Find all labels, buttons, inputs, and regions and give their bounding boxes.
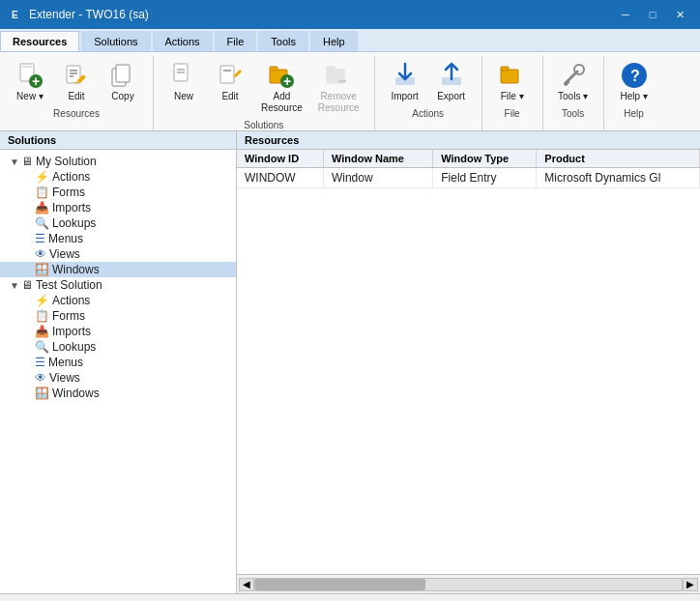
col-window-name[interactable]: Window Name: [323, 150, 432, 168]
tools-buttons: Tools ▾: [551, 56, 596, 106]
help-icon: ?: [619, 60, 650, 91]
test-windows-label: Windows: [52, 386, 100, 400]
tree-item-test-forms[interactable]: 📋 Forms: [0, 308, 236, 324]
test-imports-label: Imports: [52, 325, 91, 338]
horizontal-scrollbar[interactable]: [254, 578, 683, 591]
tab-tools[interactable]: Tools: [258, 31, 308, 51]
tree-item-test-menus[interactable]: ☰ Menus: [0, 355, 236, 370]
maximize-button[interactable]: □: [640, 5, 665, 24]
remove-resource-button[interactable]: Remove Resource: [311, 56, 366, 118]
test-menus-icon: ☰: [35, 356, 45, 369]
resources-data-table: Window ID Window Name Window Type Produc…: [237, 150, 700, 188]
my-imports-label: Imports: [52, 201, 91, 215]
export-button[interactable]: Export: [429, 56, 474, 106]
expand-my-solution-icon: ▼: [8, 157, 21, 167]
file-button[interactable]: File ▾: [490, 56, 535, 106]
tab-file[interactable]: File: [215, 31, 257, 51]
file-icon: [497, 60, 528, 91]
ribbon: Resources Solutions Actions File Tools H…: [0, 29, 700, 131]
remove-resource-label: Remove Resource: [318, 91, 360, 114]
scroll-left-button[interactable]: ◀: [239, 578, 254, 591]
resources-table[interactable]: Window ID Window Name Window Type Produc…: [237, 150, 700, 574]
tree-item-test-imports[interactable]: 📥 Imports: [0, 324, 236, 339]
col-product[interactable]: Product: [537, 150, 700, 168]
add-resource-button[interactable]: + Add Resource: [254, 56, 309, 118]
tools-label: Tools ▾: [558, 91, 588, 102]
svg-rect-17: [220, 66, 234, 83]
edit-label: Edit: [68, 91, 84, 102]
tree-item-test-solution[interactable]: ▼ 🖥 Test Solution: [0, 277, 236, 293]
help-button[interactable]: ? Help ▾: [612, 56, 656, 106]
tree-item-my-lookups[interactable]: 🔍 Lookups: [0, 215, 236, 231]
resources-pane: Resources Window ID Window Name Window T…: [237, 131, 700, 593]
close-button[interactable]: ✕: [667, 5, 692, 24]
new2-button[interactable]: New: [161, 56, 206, 106]
help-label: Help ▾: [620, 91, 647, 102]
new-button[interactable]: + New ▾: [8, 56, 52, 106]
svg-rect-3: [22, 66, 32, 68]
table-header-row: Window ID Window Name Window Type Produc…: [237, 150, 700, 168]
file-label: File ▾: [501, 91, 524, 102]
resources-header: Resources: [237, 131, 700, 150]
tab-solutions[interactable]: Solutions: [81, 31, 150, 51]
svg-point-32: [574, 65, 584, 74]
test-imports-icon: 📥: [35, 325, 49, 338]
copy-button[interactable]: Copy: [101, 56, 145, 106]
tab-help[interactable]: Help: [310, 31, 358, 51]
svg-rect-30: [501, 70, 518, 83]
svg-text:?: ?: [630, 68, 640, 84]
solutions-group-label: Solutions: [161, 120, 366, 130]
file-buttons: File ▾: [490, 56, 535, 106]
tree-item-my-imports[interactable]: 📥 Imports: [0, 200, 236, 215]
tree-item-my-windows[interactable]: 🪟 Windows: [0, 262, 236, 277]
tree-item-test-lookups[interactable]: 🔍 Lookups: [0, 339, 236, 355]
ribbon-group-tools: Tools ▾ Tools: [547, 56, 604, 130]
tree-item-my-solution[interactable]: ▼ 🖥 My Solution: [0, 154, 236, 169]
tree-item-test-windows[interactable]: 🪟 Windows: [0, 386, 236, 401]
solutions-pane: Solutions ▼ 🖥 My Solution ⚡ Actions 📋 Fo…: [0, 131, 237, 593]
edit-button[interactable]: Edit: [54, 56, 99, 106]
solution-icon: 🖥: [21, 155, 33, 168]
imports-icon: 📥: [35, 201, 49, 215]
help-group-label: Help: [612, 108, 656, 119]
ribbon-tabs: Resources Solutions Actions File Tools H…: [0, 29, 700, 52]
new-label: New ▾: [16, 91, 44, 102]
tools-button[interactable]: Tools ▾: [551, 56, 596, 106]
scroll-right-button[interactable]: ▶: [683, 578, 698, 591]
test-actions-icon: ⚡: [35, 294, 49, 307]
tree-item-test-actions[interactable]: ⚡ Actions: [0, 293, 236, 308]
test-actions-label: Actions: [52, 294, 90, 307]
svg-marker-19: [234, 70, 242, 77]
new-icon: +: [15, 60, 45, 91]
ribbon-group-solutions: New Edit: [158, 56, 375, 130]
title-bar: E Extender - TWO16 (sa) ─ □ ✕: [0, 0, 700, 29]
tree-item-my-actions[interactable]: ⚡ Actions: [0, 169, 236, 185]
table-row[interactable]: WINDOW Window Field Entry Microsoft Dyna…: [237, 168, 700, 188]
tree-item-my-forms[interactable]: 📋 Forms: [0, 185, 236, 200]
test-lookups-icon: 🔍: [35, 340, 49, 354]
svg-rect-13: [116, 65, 130, 82]
import-button[interactable]: Import: [383, 56, 427, 106]
svg-rect-26: [327, 67, 335, 71]
my-forms-label: Forms: [52, 186, 85, 199]
tree-item-my-views[interactable]: 👁 Views: [0, 246, 236, 262]
svg-rect-22: [270, 67, 277, 71]
edit-icon: [61, 60, 92, 91]
expand-test-solution-icon: ▼: [8, 280, 21, 291]
col-window-id[interactable]: Window ID: [237, 150, 323, 168]
tree-item-test-views[interactable]: 👁 Views: [0, 370, 236, 386]
col-window-type[interactable]: Window Type: [433, 150, 537, 168]
tab-actions[interactable]: Actions: [153, 31, 213, 51]
test-windows-icon: 🪟: [35, 386, 49, 400]
new2-label: New: [174, 91, 193, 102]
my-lookups-label: Lookups: [52, 216, 96, 230]
menus-icon: ☰: [35, 232, 45, 245]
window-title: Extender - TWO16 (sa): [29, 8, 607, 21]
tab-resources[interactable]: Resources: [0, 31, 79, 51]
scrollbar-thumb[interactable]: [255, 579, 425, 590]
minimize-button[interactable]: ─: [613, 5, 638, 24]
edit2-button[interactable]: Edit: [208, 56, 252, 106]
ribbon-group-resources: + New ▾: [4, 56, 154, 130]
tree-item-my-menus[interactable]: ☰ Menus: [0, 231, 236, 246]
svg-text:+: +: [283, 73, 291, 89]
